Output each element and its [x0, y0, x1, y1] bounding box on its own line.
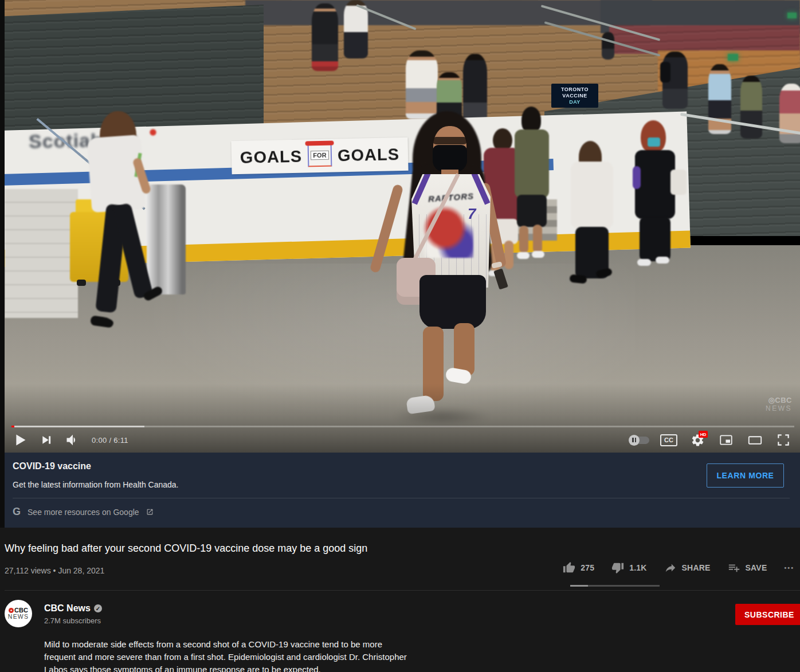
subscriber-count: 2.7M subscribers: [44, 616, 101, 625]
resources-label: See more resources on Google: [28, 508, 139, 517]
next-icon: [49, 436, 50, 443]
vaccine-sign-line2: VACCINE: [562, 93, 587, 99]
vaccine-sign-line1: TORONTO: [561, 87, 589, 93]
covid-info-panel: COVID-19 vaccine Get the latest informat…: [5, 453, 800, 528]
share-button[interactable]: SHARE: [664, 561, 711, 574]
channel-name[interactable]: CBC News ✓: [44, 603, 102, 614]
redhead-shoe-1: [637, 259, 651, 266]
cbc-gem-icon: [9, 608, 14, 613]
olive-top: [515, 129, 549, 198]
miniplayer-icon: [719, 433, 734, 447]
description-line: frequent and more severe than from a fir…: [44, 651, 407, 663]
google-resources-link[interactable]: G See more resources on Google: [13, 506, 154, 518]
time-display: 0:00 / 6:11: [92, 436, 128, 445]
redhead-leggings: [640, 217, 670, 261]
person-right-olive: [740, 76, 762, 139]
dislike-count: 1.1K: [629, 563, 646, 572]
goals-banner-mid: FOR: [311, 151, 329, 160]
volume-button[interactable]: [60, 427, 86, 453]
channel-avatar[interactable]: CBC NEWS: [5, 600, 32, 627]
share-icon: [664, 561, 677, 574]
more-actions-button[interactable]: •••: [784, 564, 794, 571]
main-mask: [433, 145, 467, 172]
more-icon: •••: [784, 564, 794, 571]
person-left-staff: [79, 106, 171, 335]
like-bar-segment: [570, 585, 588, 587]
avatar-line2: NEWS: [8, 614, 29, 620]
google-icon: G: [13, 506, 21, 518]
olive-shorts: [517, 195, 547, 227]
video-description: Mild to moderate side effects from a sec…: [44, 638, 407, 672]
video-stats: 27,112 views • Jun 28, 2021: [5, 566, 104, 575]
thumbs-up-icon: [563, 561, 575, 574]
olive-shoe-2: [532, 251, 544, 258]
verified-badge-icon: ✓: [94, 604, 102, 612]
hd-badge: HD: [699, 431, 708, 438]
play-button[interactable]: [7, 427, 33, 453]
olive-leg-2: [533, 225, 542, 253]
person-right-blue-tank: [708, 64, 731, 134]
person-stairs-1: [312, 3, 338, 71]
subtitles-button[interactable]: CC: [654, 427, 683, 453]
person-redhead-black: [629, 117, 692, 272]
redhead-sleeve: [633, 166, 641, 189]
goals-banner-left: GOALS: [240, 147, 303, 167]
redhead-shoe-2: [656, 257, 669, 264]
olive-shoe-1: [517, 252, 530, 259]
theater-icon: [747, 433, 763, 448]
person-stairs-3: [406, 50, 438, 119]
video-player[interactable]: TORONTO VACCINE DAY Scotiabank GOALS FOR: [5, 0, 800, 453]
settings-button[interactable]: HD: [683, 427, 712, 453]
channel-name-text: CBC News: [44, 603, 91, 614]
whitetank-top: [571, 162, 613, 229]
fullscreen-icon: [776, 433, 791, 447]
cc-icon: CC: [660, 434, 677, 446]
view-count: 27,112 views: [5, 566, 51, 575]
section-divider: [5, 590, 800, 591]
external-link-icon: [146, 508, 154, 516]
panel-divider: [13, 498, 790, 498]
theater-button[interactable]: [740, 427, 769, 453]
whitetank-shoe-1: [569, 274, 587, 284]
exit-sign-1: [728, 54, 738, 61]
upload-date: Jun 28, 2021: [58, 566, 104, 575]
video-title: Why feeling bad after your second COVID-…: [5, 543, 367, 555]
save-button[interactable]: SAVE: [728, 561, 767, 574]
redhead-bag: [670, 170, 687, 195]
person-main-jersey: RAPTORS 7: [376, 110, 513, 431]
olive-leg-1: [519, 226, 528, 253]
thumbs-down-icon: [611, 561, 624, 574]
meta-dot: •: [53, 566, 56, 575]
person-concourse-small: [602, 32, 614, 60]
youtube-watch-page: TORONTO VACCINE DAY Scotiabank GOALS FOR: [0, 0, 800, 672]
description-line: Labos says those symptoms of an immune r…: [44, 663, 407, 672]
learn-more-button[interactable]: LEARN MORE: [707, 463, 784, 488]
fullscreen-button[interactable]: [769, 427, 798, 453]
volume-icon: [65, 432, 81, 448]
hockey-net-icon: FOR: [308, 145, 332, 167]
tiled-wall-left: [5, 189, 78, 318]
save-label: SAVE: [746, 563, 767, 572]
next-button[interactable]: [33, 427, 60, 453]
dislike-button[interactable]: 1.1K: [611, 561, 646, 574]
description-line: Mild to moderate side effects from a sec…: [44, 638, 407, 651]
main-phone: [493, 268, 508, 289]
person-olive-tank: [509, 103, 560, 264]
main-glasses: [433, 137, 467, 144]
like-button[interactable]: 275: [563, 561, 594, 574]
autoplay-toggle[interactable]: [625, 427, 654, 453]
autoplay-knob: [629, 435, 640, 446]
person-right-sunhat: [779, 84, 800, 143]
play-icon: [16, 435, 25, 446]
redhead-hair: [641, 120, 666, 154]
playlist-add-icon: [728, 561, 740, 574]
like-count: 275: [581, 563, 594, 572]
like-dislike-bar: [570, 585, 660, 587]
exit-sign-2: [787, 13, 797, 18]
staff-shoe-1: [90, 315, 114, 328]
main-watch: [491, 261, 502, 269]
redhead-top: [635, 150, 675, 219]
action-bar: 275 1.1K SHARE SAVE •••: [563, 561, 794, 574]
miniplayer-button[interactable]: [712, 427, 740, 453]
subscribe-button[interactable]: SUBSCRIBE: [735, 604, 800, 625]
